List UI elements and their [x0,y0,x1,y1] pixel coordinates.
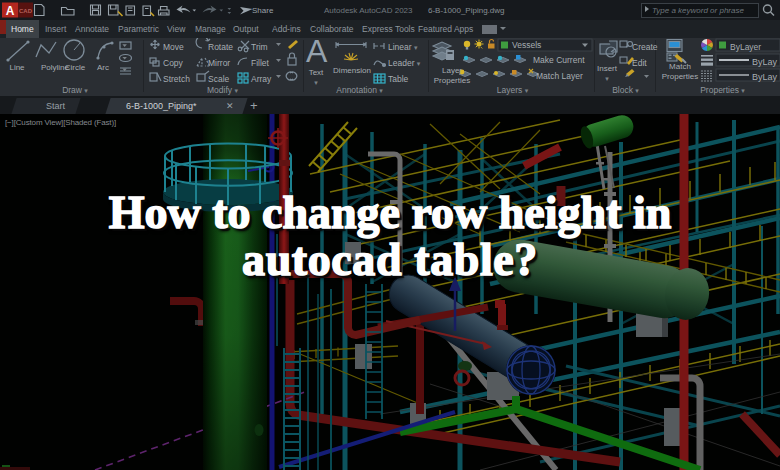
svg-text:A: A [6,4,15,18]
